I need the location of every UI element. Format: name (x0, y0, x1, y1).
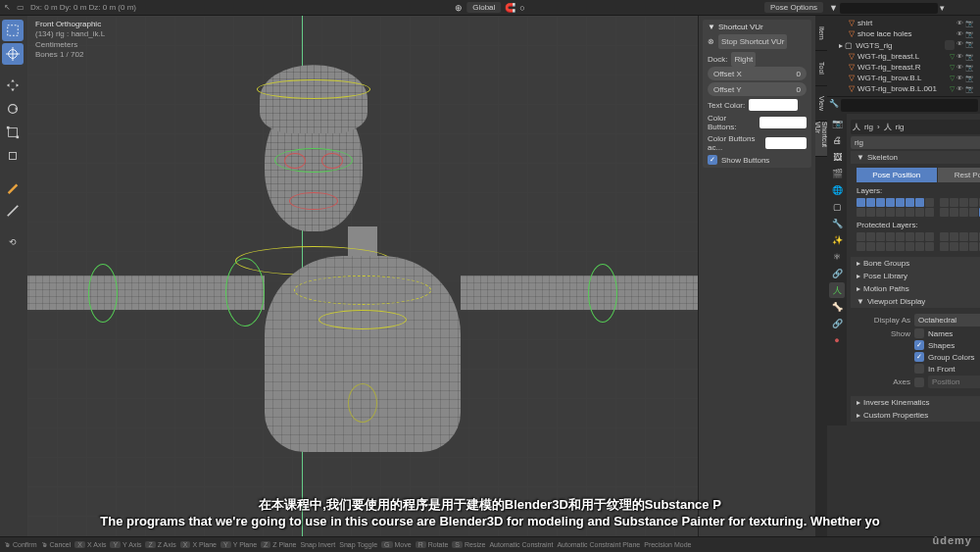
extra-tool[interactable]: ⟲ (2, 231, 24, 253)
viewport-3d[interactable]: Front Orthographic (134) rig : hand_ik.L… (27, 16, 698, 536)
tab-modifier[interactable]: 🔧 (829, 216, 845, 231)
stop-shortcut-button[interactable]: Stop Shortcut VUr (718, 34, 787, 49)
tab-item[interactable]: Item (815, 16, 827, 51)
protected-grid-2[interactable] (940, 232, 980, 251)
camera-icon[interactable]: 📷 (965, 30, 974, 38)
tab-render[interactable]: 📷 (829, 116, 845, 131)
select-icon[interactable]: ▭ (17, 3, 24, 12)
outliner-collection: ▸ ▢WGTS_rig👁📷 (829, 39, 978, 51)
motion-paths-header[interactable]: ▸ Motion Paths (851, 282, 980, 295)
skeleton-header[interactable]: ▼ Skeleton (851, 151, 980, 164)
offset-x-slider[interactable]: Offset X0 (708, 67, 807, 80)
group-colors-checkbox[interactable]: ✓ (914, 352, 924, 362)
tab-output[interactable]: 🖨 (829, 132, 845, 148)
shortcut-panel-title[interactable]: ▼ Shortcut VUr (708, 23, 807, 31)
svg-rect-7 (17, 136, 20, 139)
camera-icon[interactable]: 📷 (965, 85, 974, 93)
color-buttons-swatch[interactable] (760, 117, 807, 128)
layers-grid-2[interactable] (940, 198, 980, 217)
cursor-icon[interactable]: ↖ (4, 3, 11, 12)
tab-bone-constraint[interactable]: 🔗 (829, 316, 845, 331)
tab-view[interactable]: View (815, 86, 827, 122)
show-buttons-checkbox[interactable]: ✓ (708, 155, 717, 165)
display-as-dropdown[interactable]: Octahedral (914, 314, 980, 326)
tab-shortcut[interactable]: Shortcut VUr (815, 122, 827, 157)
pose-library-header[interactable]: ▸ Pose Library (851, 270, 980, 282)
pose-options-dropdown[interactable]: Pose Options (764, 2, 823, 13)
ik-header[interactable]: ▸ Inverse Kinematics (851, 396, 980, 409)
bone-control-eye-r[interactable] (321, 153, 343, 169)
editor-type-icon[interactable]: 🔧 (829, 99, 839, 112)
dock-dropdown[interactable]: Right (731, 52, 756, 67)
eye-icon[interactable]: 👁 (956, 85, 963, 93)
tab-physics[interactable]: ⚛ (829, 249, 845, 265)
rest-position-button[interactable]: Rest Position (938, 168, 981, 182)
tab-bone[interactable]: 🦴 (829, 299, 845, 315)
tab-material[interactable]: ● (829, 332, 845, 348)
bone-control-belly[interactable] (348, 383, 377, 423)
rotate-tool[interactable] (2, 98, 24, 120)
bone-control-chest2[interactable] (318, 310, 407, 329)
eye-icon[interactable]: 👁 (956, 64, 963, 72)
names-checkbox[interactable] (914, 328, 924, 338)
properties-search[interactable] (841, 99, 978, 112)
bone-control-elbow-l[interactable] (88, 264, 118, 323)
camera-icon[interactable]: 📷 (965, 75, 974, 82)
in-front-checkbox[interactable] (914, 364, 924, 374)
bone-control-chest[interactable] (294, 276, 431, 305)
cursor-tool[interactable] (2, 43, 24, 65)
bone-control-cap[interactable] (257, 79, 370, 99)
tab-particles[interactable]: ✨ (829, 232, 845, 248)
tab-world[interactable]: 🌐 (829, 182, 845, 198)
eye-icon[interactable]: 👁 (956, 75, 963, 82)
tab-scene[interactable]: 🎬 (829, 166, 845, 181)
offset-y-slider[interactable]: Offset Y0 (708, 82, 807, 96)
eye-icon[interactable]: 👁 (956, 53, 963, 61)
outliner-item: ▽WGT-rig_breast.L▽👁📷 (829, 51, 978, 62)
close-icon[interactable]: ⊗ (708, 37, 714, 46)
camera-icon[interactable]: 📷 (965, 64, 974, 72)
datablock-name[interactable]: rig (851, 136, 980, 149)
filter-icon[interactable]: ▼ (829, 3, 838, 13)
scale-tool[interactable] (2, 122, 24, 143)
tab-view-layer[interactable]: 🖼 (829, 149, 845, 165)
eye-icon[interactable]: 👁 (956, 20, 963, 27)
bone-control-mouth[interactable] (289, 192, 338, 210)
bone-control-elbow-r[interactable] (588, 264, 617, 323)
character-rig[interactable] (265, 94, 461, 452)
tab-tool[interactable]: Tool (815, 51, 827, 86)
mesh-icon: ▽ (849, 19, 855, 27)
select-box-tool[interactable] (2, 20, 24, 41)
tab-armature[interactable]: 人 (829, 282, 845, 298)
protected-grid-1[interactable] (857, 232, 934, 251)
transform-tool[interactable] (2, 145, 24, 167)
filter-icon2[interactable]: ▾ (940, 3, 945, 13)
tab-object[interactable]: ▢ (829, 199, 845, 215)
camera-icon[interactable]: 📷 (965, 20, 974, 27)
move-tool[interactable] (2, 75, 24, 96)
axes-checkbox[interactable] (914, 377, 924, 387)
bone-control-eye-l[interactable] (284, 153, 306, 169)
text-color-swatch[interactable] (749, 99, 798, 111)
camera-icon[interactable]: 📷 (965, 40, 974, 50)
layers-grid-1[interactable] (857, 198, 934, 217)
shapes-checkbox[interactable]: ✓ (914, 340, 924, 350)
bone-control-shoulder-l[interactable] (225, 258, 265, 326)
proportional-icon[interactable]: ○ (519, 3, 524, 13)
outliner-top-search[interactable] (840, 3, 938, 14)
snap-icon[interactable]: 🧲 (505, 3, 515, 13)
color-buttons-ac-swatch[interactable] (765, 137, 807, 149)
eye-icon[interactable]: 👁 (956, 30, 963, 38)
custom-props-header[interactable]: ▸ Custom Properties (851, 409, 980, 422)
tab-constraint[interactable]: 🔗 (829, 266, 845, 281)
bone-groups-header[interactable]: ▸ Bone Groups (851, 257, 980, 270)
collection-icon[interactable]: ▸ ▢ (839, 41, 853, 50)
annotate-tool[interactable] (2, 176, 24, 198)
camera-icon[interactable]: 📷 (965, 53, 974, 61)
pose-position-button[interactable]: Pose Position (857, 168, 937, 182)
measure-tool[interactable] (2, 200, 24, 222)
eye-icon[interactable]: 👁 (956, 40, 963, 50)
viewport-display-header[interactable]: ▼ Viewport Display (851, 295, 980, 308)
orientation-icon[interactable]: ⊕ (455, 3, 463, 13)
orientation-dropdown[interactable]: Global (466, 2, 501, 13)
